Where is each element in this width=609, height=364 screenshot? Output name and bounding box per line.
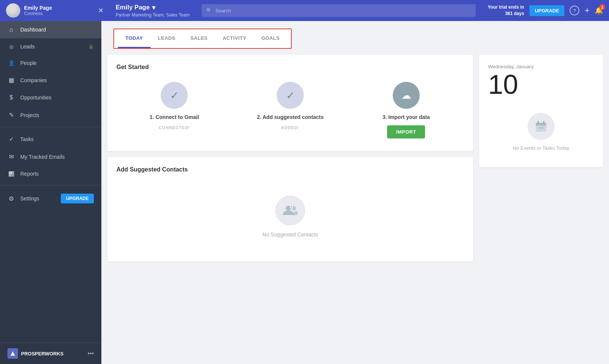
search-bar[interactable]: 🔍 xyxy=(202,4,476,17)
sidebar-item-settings[interactable]: ⚙ Settings UPGRADE xyxy=(0,188,101,209)
no-events-label: No Events or Tasks Today xyxy=(513,145,569,151)
user-subtitle: Coolness xyxy=(24,11,94,16)
top-header: Emily Page Coolness ✕ Emily Page ▾ Partn… xyxy=(0,0,609,21)
suggested-contacts-title: Add Suggested Contacts xyxy=(116,166,464,173)
step-connect-gmail: ✓ 1. Connect to Gmail CONNECTED! xyxy=(116,82,232,130)
step-import-data: ☁ 3. Import your data IMPORT xyxy=(348,82,464,138)
sidebar-divider xyxy=(0,127,101,127)
notifications-button[interactable]: 🔔 2 xyxy=(595,6,603,15)
sidebar-item-people[interactable]: 👤 People xyxy=(0,55,101,71)
sidebar-item-opportunities[interactable]: $ Opportunities xyxy=(0,89,101,106)
header-right: Your trial ends in 361 days UPGRADE ? + … xyxy=(488,4,603,17)
search-icon: 🔍 xyxy=(206,8,213,14)
tab-leads[interactable]: LEADS xyxy=(151,29,183,48)
sidebar-item-companies[interactable]: ▦ Companies xyxy=(0,71,101,89)
svg-point-10 xyxy=(538,127,540,129)
svg-rect-8 xyxy=(538,121,539,124)
content-scroll: Get Started ✓ 1. Connect to Gmail CONNEC… xyxy=(101,49,609,364)
svg-marker-0 xyxy=(11,351,15,356)
reports-icon: 📊 xyxy=(8,171,15,177)
sidebar-item-dashboard[interactable]: ⌂ Dashboard xyxy=(0,21,101,38)
no-events-section: No Events or Tasks Today xyxy=(488,105,594,158)
svg-rect-9 xyxy=(543,121,544,124)
sidebar: ⌂ Dashboard ◎ Leads 🔒 👤 People ▦ Compani… xyxy=(0,21,101,364)
companies-icon: ▦ xyxy=(8,77,15,84)
leads-icon: ◎ xyxy=(8,44,15,50)
checkmark-icon-2: ✓ xyxy=(286,89,295,102)
step-add-contacts: ✓ 2. Add suggested contacts ADDED! xyxy=(232,82,348,130)
close-button[interactable]: ✕ xyxy=(98,6,104,15)
no-contacts-label: No Suggested Contacts xyxy=(262,232,318,238)
sidebar-more-button[interactable]: ••• xyxy=(87,350,94,357)
suggested-contacts-card: Add Suggested Contacts xyxy=(107,157,473,262)
step-3-label: 3. Import your data xyxy=(383,114,430,120)
step-2-label: 2. Add suggested contacts xyxy=(257,114,324,120)
get-started-card: Get Started ✓ 1. Connect to Gmail CONNEC… xyxy=(107,55,473,151)
header-title-section: Emily Page ▾ Partner Marketing Team, Sal… xyxy=(108,4,190,18)
brand-icon xyxy=(8,348,18,359)
sidebar-upgrade-button[interactable]: UPGRADE xyxy=(61,194,94,203)
step-2-circle: ✓ xyxy=(277,82,304,109)
notification-badge: 2 xyxy=(599,4,605,10)
avatar xyxy=(6,3,20,18)
step-1-status: CONNECTED! xyxy=(159,125,190,130)
settings-icon: ⚙ xyxy=(8,195,15,202)
svg-rect-7 xyxy=(536,123,546,126)
app-title[interactable]: Emily Page ▾ xyxy=(116,4,190,12)
tab-bar-container: TODAY LEADS SALES ACTIVITY GOALS xyxy=(101,21,609,49)
header-upgrade-button[interactable]: UPGRADE xyxy=(529,5,564,16)
trial-text: Your trial ends in 361 days xyxy=(488,4,524,17)
step-1-label: 1. Connect to Gmail xyxy=(150,114,199,120)
main-body: ⌂ Dashboard ◎ Leads 🔒 👤 People ▦ Compani… xyxy=(0,21,609,364)
app-subtitle: Partner Marketing Team, Sales Team xyxy=(116,12,190,18)
right-column: Wednesday, January 10 xyxy=(479,55,603,358)
calendar-date-label: Wednesday, January xyxy=(488,64,594,69)
svg-point-11 xyxy=(540,127,542,129)
no-contacts-icon xyxy=(275,196,305,226)
search-input[interactable] xyxy=(216,8,471,14)
tasks-icon: ✓ xyxy=(8,135,15,143)
tab-today[interactable]: TODAY xyxy=(118,29,151,48)
no-contacts-section: No Suggested Contacts xyxy=(116,180,464,253)
sidebar-item-projects[interactable]: ✎ Projects xyxy=(0,106,101,124)
user-text: Emily Page Coolness xyxy=(24,5,94,16)
upload-icon: ☁ xyxy=(401,90,411,101)
user-info: Emily Page Coolness ✕ xyxy=(6,3,104,18)
sidebar-item-leads[interactable]: ◎ Leads 🔒 xyxy=(0,38,101,55)
sidebar-item-tasks[interactable]: ✓ Tasks xyxy=(0,130,101,148)
sidebar-item-reports[interactable]: 📊 Reports xyxy=(0,165,101,182)
tab-bar-wrapper: TODAY LEADS SALES ACTIVITY GOALS xyxy=(113,29,292,49)
calendar-day-number: 10 xyxy=(488,71,594,98)
checkmark-icon: ✓ xyxy=(170,89,179,102)
step-1-circle: ✓ xyxy=(161,82,188,109)
chevron-down-icon: ▾ xyxy=(152,4,155,12)
sidebar-item-tracked-emails[interactable]: ✉ My Tracked Emails xyxy=(0,148,101,165)
tab-goals[interactable]: GOALS xyxy=(254,29,287,48)
step-2-status: ADDED! xyxy=(281,125,300,130)
get-started-steps: ✓ 1. Connect to Gmail CONNECTED! ✓ 2. Ad… xyxy=(116,78,464,142)
home-icon: ⌂ xyxy=(8,26,15,33)
left-column: Get Started ✓ 1. Connect to Gmail CONNEC… xyxy=(107,55,473,358)
no-events-icon xyxy=(528,113,555,140)
projects-icon: ✎ xyxy=(8,111,15,119)
email-icon: ✉ xyxy=(8,153,15,160)
get-started-title: Get Started xyxy=(116,64,464,71)
calendar-card: Wednesday, January 10 xyxy=(479,55,603,167)
content-area: TODAY LEADS SALES ACTIVITY GOALS Get Sta… xyxy=(101,21,609,364)
sidebar-divider-2 xyxy=(0,185,101,185)
sidebar-bottom: PROSPERWORKS ••• xyxy=(0,343,101,364)
help-icon[interactable]: ? xyxy=(570,6,579,15)
add-icon[interactable]: + xyxy=(585,6,589,15)
people-icon: 👤 xyxy=(8,60,15,66)
opportunities-icon: $ xyxy=(8,94,15,101)
brand-logo: PROSPERWORKS xyxy=(8,348,84,359)
lock-icon: 🔒 xyxy=(88,44,94,49)
step-3-circle: ☁ xyxy=(393,82,420,109)
svg-point-12 xyxy=(542,127,544,129)
import-button[interactable]: IMPORT xyxy=(387,125,425,138)
user-name: Emily Page xyxy=(24,5,94,11)
tab-activity[interactable]: ACTIVITY xyxy=(215,29,254,48)
tab-sales[interactable]: SALES xyxy=(183,29,215,48)
tab-bar: TODAY LEADS SALES ACTIVITY GOALS xyxy=(114,29,291,48)
